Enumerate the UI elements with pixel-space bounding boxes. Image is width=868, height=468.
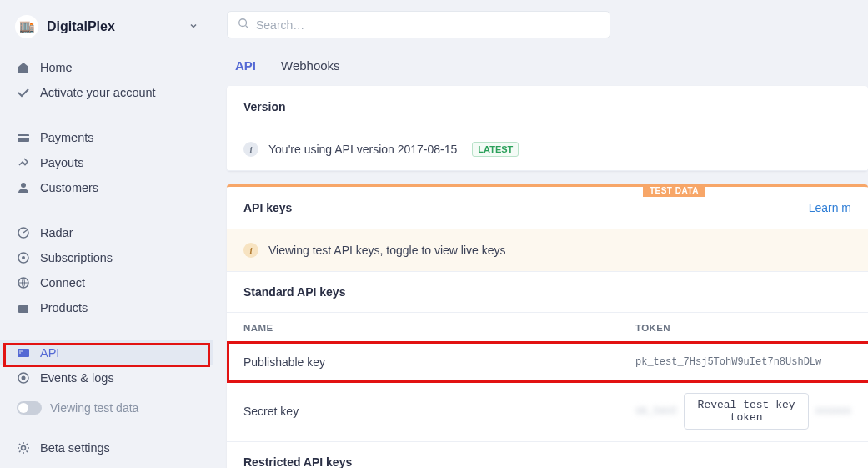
sidebar-item-customers[interactable]: Customers bbox=[0, 175, 213, 200]
key-token[interactable]: pk_test_7Hsj5TohW9uIet7n8UshDLw bbox=[635, 356, 851, 368]
col-token: TOKEN bbox=[635, 323, 851, 333]
standard-keys-heading: Standard API keys bbox=[227, 272, 868, 313]
sidebar: 🏬 DigitalPlex Home Activate your account… bbox=[0, 0, 213, 468]
blurred-token: sk_test bbox=[635, 405, 677, 417]
sidebar-item-api[interactable]: API bbox=[0, 340, 213, 365]
key-name: Publishable key bbox=[243, 355, 635, 369]
sidebar-item-beta[interactable]: Beta settings bbox=[0, 435, 213, 460]
sidebar-item-home[interactable]: Home bbox=[0, 55, 213, 80]
svg-point-2 bbox=[21, 183, 26, 188]
version-message: You're using API version 2017-08-15 bbox=[268, 143, 457, 156]
events-icon bbox=[17, 371, 30, 385]
customers-icon bbox=[17, 181, 30, 194]
test-keys-notice: i Viewing test API keys, toggle to view … bbox=[227, 229, 868, 272]
payouts-icon bbox=[17, 156, 30, 169]
key-row-secret: Secret key sk_test Reveal test key token… bbox=[227, 381, 868, 442]
svg-rect-7 bbox=[18, 305, 28, 313]
subscriptions-icon bbox=[17, 251, 30, 264]
org-logo-icon: 🏬 bbox=[15, 15, 38, 38]
keys-table-header: NAME TOKEN bbox=[227, 313, 868, 344]
sidebar-item-label: Events & logs bbox=[40, 371, 114, 385]
tab-api[interactable]: API bbox=[235, 58, 256, 73]
radar-icon bbox=[17, 226, 30, 239]
version-info-row: i You're using API version 2017-08-15 LA… bbox=[227, 128, 868, 171]
sidebar-item-label: Subscriptions bbox=[40, 251, 113, 264]
sidebar-item-connect[interactable]: Connect bbox=[0, 270, 213, 295]
key-name: Secret key bbox=[243, 405, 635, 418]
sidebar-item-payouts[interactable]: Payouts bbox=[0, 150, 213, 175]
sidebar-item-label: Products bbox=[40, 301, 88, 315]
svg-rect-0 bbox=[18, 134, 29, 142]
search-icon bbox=[238, 18, 249, 32]
org-name: DigitalPlex bbox=[47, 19, 180, 34]
sidebar-item-events[interactable]: Events & logs bbox=[0, 365, 213, 390]
svg-point-10 bbox=[22, 376, 26, 380]
main-content: API Webhooks Version i You're using API … bbox=[213, 0, 868, 468]
tab-webhooks[interactable]: Webhooks bbox=[281, 58, 340, 73]
sidebar-item-activate[interactable]: Activate your account bbox=[0, 80, 213, 105]
sidebar-item-label: Home bbox=[40, 61, 73, 74]
search-box[interactable] bbox=[227, 11, 610, 38]
svg-point-11 bbox=[22, 446, 26, 450]
payments-icon bbox=[17, 131, 30, 144]
test-data-toggle-row: Viewing test data bbox=[0, 395, 213, 420]
gear-icon bbox=[17, 441, 30, 455]
home-icon bbox=[17, 61, 30, 74]
chevron-down-icon bbox=[188, 20, 198, 33]
sidebar-item-label: Beta settings bbox=[40, 441, 110, 455]
version-title: Version bbox=[227, 86, 868, 128]
test-data-toggle[interactable] bbox=[17, 401, 42, 415]
sidebar-item-payments[interactable]: Payments bbox=[0, 125, 213, 150]
sidebar-item-radar[interactable]: Radar bbox=[0, 220, 213, 245]
key-row-publishable: Publishable key pk_test_7Hsj5TohW9uIet7n… bbox=[227, 344, 868, 381]
restricted-keys-heading: Restricted API keys bbox=[227, 442, 868, 468]
sidebar-item-label: Payments bbox=[40, 131, 93, 144]
search-input[interactable] bbox=[256, 18, 600, 32]
learn-more-link[interactable]: Learn m bbox=[809, 201, 851, 214]
notice-text: Viewing test API keys, toggle to view li… bbox=[268, 244, 506, 257]
api-keys-title: API keys Learn m bbox=[227, 187, 868, 229]
col-name: NAME bbox=[243, 323, 635, 333]
sidebar-item-label: API bbox=[40, 346, 59, 360]
sidebar-item-label: Activate your account bbox=[40, 86, 156, 99]
sidebar-item-label: Payouts bbox=[40, 156, 83, 169]
version-card: Version i You're using API version 2017-… bbox=[227, 86, 868, 171]
connect-icon bbox=[17, 276, 30, 289]
key-token: sk_test Reveal test key token xxxxxx bbox=[635, 393, 851, 430]
api-keys-card: TEST DATA API keys Learn m i Viewing tes… bbox=[227, 184, 868, 468]
products-icon bbox=[17, 301, 30, 315]
info-icon: i bbox=[243, 142, 258, 157]
sidebar-item-subscriptions[interactable]: Subscriptions bbox=[0, 245, 213, 270]
blurred-token: xxxxxx bbox=[815, 405, 851, 417]
reveal-token-button[interactable]: Reveal test key token bbox=[684, 393, 808, 430]
sidebar-item-products[interactable]: Products bbox=[0, 295, 213, 320]
api-icon bbox=[17, 346, 30, 360]
svg-point-5 bbox=[22, 256, 25, 259]
test-data-badge: TEST DATA bbox=[643, 184, 705, 197]
sidebar-item-label: Radar bbox=[40, 226, 73, 239]
svg-point-12 bbox=[239, 19, 247, 27]
check-icon bbox=[17, 86, 30, 99]
sidebar-item-label: Connect bbox=[40, 276, 85, 289]
info-icon: i bbox=[243, 243, 258, 258]
latest-badge: LATEST bbox=[472, 142, 519, 157]
card-title-text: API keys bbox=[243, 201, 292, 214]
toggle-label: Viewing test data bbox=[50, 401, 138, 415]
org-selector[interactable]: 🏬 DigitalPlex bbox=[0, 8, 213, 50]
svg-rect-1 bbox=[18, 136, 29, 138]
tabs: API Webhooks bbox=[227, 38, 868, 73]
sidebar-item-label: Customers bbox=[40, 181, 98, 194]
